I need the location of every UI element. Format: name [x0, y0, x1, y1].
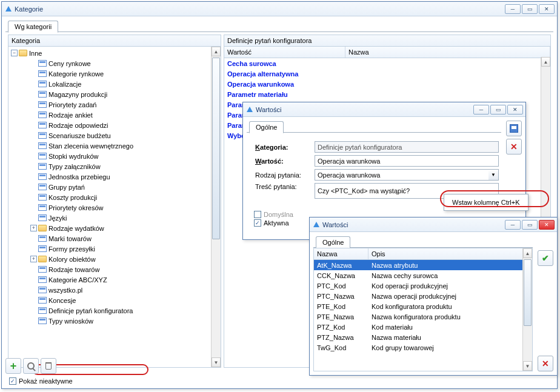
field-wartosc[interactable]: Operacja warunkowa — [315, 155, 499, 167]
tree-item[interactable]: Rodzaje odpowiedzi — [8, 120, 221, 130]
tree-item-label: Koncesje — [48, 297, 76, 304]
dlg1-title: Wartości — [256, 106, 473, 113]
tree-item[interactable]: +Rodzaje wydatków — [8, 223, 221, 233]
maximize-button[interactable]: ▭ — [522, 4, 538, 14]
checkbox-domyslna[interactable] — [254, 211, 261, 218]
minimize-button[interactable]: ─ — [505, 220, 521, 230]
titlebar-dlg1[interactable]: Wartości ─ ▭ ✕ — [243, 102, 525, 117]
column-row[interactable]: AtK_NazwaNazwa atrybutu — [314, 260, 532, 270]
show-inactive-checkbox[interactable]: ✓ — [9, 377, 16, 385]
item-icon — [38, 132, 47, 139]
tree-item[interactable]: Stopki wydruków — [8, 151, 221, 161]
tree-item[interactable]: Koncesje — [8, 295, 221, 305]
maximize-button[interactable]: ▭ — [522, 220, 538, 230]
folder-icon — [38, 225, 47, 231]
item-icon — [38, 307, 47, 314]
tree-item[interactable]: Grupy pytań — [8, 182, 221, 192]
scroll-up-icon[interactable]: ▲ — [541, 57, 550, 67]
tab-ogolne-dlg2[interactable]: Ogólne — [316, 236, 350, 248]
expand-toggle[interactable]: + — [30, 225, 37, 231]
tree-item[interactable]: Formy przesyłki — [8, 244, 221, 254]
column-row[interactable]: CCK_NazwaNazwa cechy surowca — [314, 270, 532, 281]
tree-item[interactable]: Scenariusze budżetu — [8, 130, 221, 141]
cancel-button[interactable]: ✕ — [538, 356, 553, 371]
combo-rodzaj-pytania[interactable]: Operacja warunkowa — [315, 169, 488, 181]
col-nazwa[interactable]: Nazwa — [345, 47, 550, 58]
grid-row[interactable]: Parametr materiału — [224, 89, 550, 99]
column-row[interactable]: PTZ_KodKod materiału — [314, 322, 532, 332]
minimize-button[interactable]: ─ — [473, 105, 489, 115]
close-button[interactable]: ✕ — [539, 220, 555, 230]
tree-item[interactable]: Ceny rynkowe — [8, 58, 221, 68]
tree-item[interactable]: Rodzaje ankiet — [8, 110, 221, 120]
tree-item[interactable]: Magazyny produkcji — [8, 89, 221, 99]
titlebar-main[interactable]: Kategorie ─ ▭ ✕ — [2, 2, 557, 16]
confirm-button[interactable]: ✔ — [538, 250, 553, 266]
scroll-thumb[interactable] — [524, 259, 532, 326]
column-row[interactable]: PTZ_NazwaNazwa materiału — [314, 332, 532, 342]
tree-item[interactable]: +Kolory obiektów — [8, 254, 221, 264]
column-row[interactable]: PTC_NazwaNazwa operacji produkcyjnej — [314, 291, 532, 301]
chevron-down-icon[interactable]: ▼ — [488, 169, 499, 181]
tree-root-label[interactable]: Inne — [29, 50, 42, 57]
tree-item-label: Typy wniosków — [48, 317, 93, 325]
expand-toggle[interactable]: + — [30, 256, 37, 262]
cell-nazwa: PTE_Nazwa — [314, 313, 368, 321]
tree-item-label: Formy przesyłki — [48, 245, 95, 253]
scroll-thumb[interactable] — [212, 58, 220, 239]
checkbox-aktywna[interactable]: ✓ — [254, 219, 261, 227]
col-wartosc[interactable]: Wartość — [224, 47, 345, 58]
add-button[interactable]: + — [5, 358, 21, 374]
titlebar-dlg2[interactable]: Wartości ─ ▭ ✕ — [310, 218, 557, 232]
tree-item[interactable]: Typy wniosków — [8, 316, 221, 326]
col2-opis[interactable]: Opis — [368, 248, 532, 259]
save-button[interactable] — [506, 121, 522, 136]
scroll-down-icon[interactable]: ▼ — [212, 357, 221, 367]
expand-toggle[interactable]: − — [11, 50, 18, 56]
tree-item[interactable]: Typy załączników — [8, 161, 221, 171]
close-button[interactable]: ✕ — [539, 4, 555, 14]
tree-item[interactable]: Stan zlecenia wewnętrznego — [8, 141, 221, 151]
tree-item-label: Typy załączników — [48, 163, 101, 170]
scroll-down-icon[interactable]: ▼ — [523, 361, 532, 371]
tree-scrollbar[interactable]: ▲ ▼ — [211, 47, 221, 367]
grid-row[interactable]: Cecha surowca — [224, 58, 550, 68]
tree-item-label: Jednostka przebiegu — [48, 173, 110, 181]
check-icon: ✔ — [542, 253, 549, 263]
item-icon — [38, 81, 47, 87]
column-row[interactable]: TwG_KodKod grupy towarowej — [314, 342, 532, 353]
col2-nazwa[interactable]: Nazwa — [314, 248, 368, 259]
column-row[interactable]: PTE_NazwaNazwa konfiguratora produktu — [314, 311, 532, 322]
tree-item[interactable]: Rodzaje towarów — [8, 264, 221, 274]
scroll-up-icon[interactable]: ▲ — [523, 248, 532, 258]
search-button[interactable] — [23, 358, 39, 374]
grid-row[interactable]: Operacja warunkowa — [224, 79, 550, 89]
tree-item[interactable]: Lokalizacje — [8, 79, 221, 89]
context-menu: Wstaw kolumnę Ctrl+K — [444, 194, 528, 211]
tree-item[interactable]: Kategorie rynkowe — [8, 68, 221, 79]
delete-button[interactable] — [41, 358, 56, 374]
cell-nazwa: PTE_Kod — [314, 303, 368, 310]
label-wartosc: Wartość: — [254, 158, 315, 165]
menu-item-wstaw-kolumne[interactable]: Wstaw kolumnę Ctrl+K — [446, 196, 526, 208]
tree-item[interactable]: Definicje pytań konfiguratora — [8, 305, 221, 316]
tree-item[interactable]: Marki towarów — [8, 233, 221, 244]
minimize-button[interactable]: ─ — [505, 4, 521, 14]
close-button[interactable]: ✕ — [507, 105, 523, 115]
tree-item[interactable]: Jednostka przebiegu — [8, 171, 221, 182]
scroll-up-icon[interactable]: ▲ — [212, 47, 221, 56]
tree-item[interactable]: Priorytety okresów — [8, 202, 221, 213]
dlg2-scrollbar[interactable]: ▲ ▼ — [522, 248, 532, 371]
cancel-button[interactable]: ✕ — [506, 139, 522, 154]
tree-item[interactable]: Priorytety zadań — [8, 99, 221, 110]
column-row[interactable]: PTE_KodKod konfiguratora produktu — [314, 301, 532, 311]
maximize-button[interactable]: ▭ — [490, 105, 506, 115]
tree-item[interactable]: wszystko.pl — [8, 285, 221, 295]
tab-wg-kategorii[interactable]: Wg kategorii — [8, 21, 58, 33]
grid-row[interactable]: Operacja alternatywna — [224, 68, 550, 79]
tree-item[interactable]: Koszty produkcji — [8, 192, 221, 202]
tree-item[interactable]: Kategorie ABC/XYZ — [8, 274, 221, 285]
tree-item[interactable]: Języki — [8, 213, 221, 223]
tab-ogolne-dlg1[interactable]: Ogólne — [249, 121, 284, 133]
column-row[interactable]: PTC_KodKod operacji produkcyjnej — [314, 281, 532, 291]
